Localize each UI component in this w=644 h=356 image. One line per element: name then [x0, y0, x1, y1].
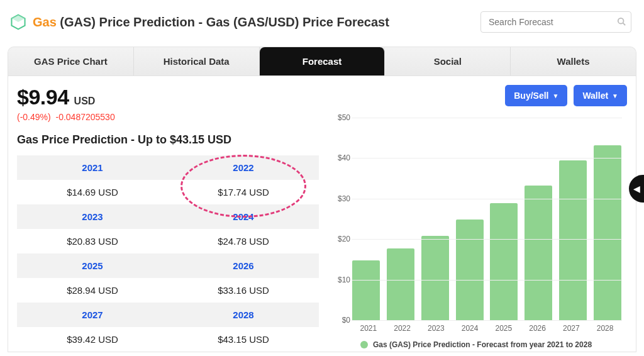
chevron-down-icon: ▼: [612, 92, 618, 99]
tab-wallets[interactable]: Wallets: [511, 47, 636, 75]
year-cell[interactable]: 2025: [17, 253, 168, 278]
search-box[interactable]: [480, 11, 631, 33]
table-row: 20232024: [17, 204, 319, 229]
chart-bar[interactable]: [525, 186, 552, 320]
tab-historical-data[interactable]: Historical Data: [134, 47, 260, 75]
prediction-title: Gas Price Prediction - Up to $43.15 USD: [17, 133, 319, 147]
title-rest: (GAS) Price Prediction - Gas (GAS/USD) P…: [57, 15, 389, 29]
y-tick-label: $50: [325, 113, 350, 122]
value-cell: $28.94 USD: [17, 278, 168, 303]
x-tick-label: 2022: [386, 324, 419, 333]
coin-name: Gas: [33, 15, 57, 29]
y-tick-label: $40: [325, 153, 350, 162]
chevron-down-icon: ▼: [552, 92, 558, 99]
value-cell: $33.16 USD: [168, 278, 319, 303]
price-row: $9.94 USD: [17, 85, 319, 109]
prediction-table: 20212022$14.69 USD$17.74 USD20232024$20.…: [17, 155, 319, 352]
price-currency: USD: [74, 96, 96, 107]
value-cell: $24.78 USD: [168, 229, 319, 253]
legend-text: Gas (GAS) Price Prediction - Forecast fr…: [373, 340, 592, 349]
buy-sell-button[interactable]: Buy/Sell ▼: [505, 85, 567, 106]
y-tick-label: $30: [325, 194, 350, 203]
chart-bar[interactable]: [594, 145, 621, 320]
chart-bars: [352, 118, 622, 320]
value-cell: $43.15 USD: [168, 327, 319, 352]
chart-legend: Gas (GAS) Price Prediction - Forecast fr…: [325, 340, 627, 349]
svg-marker-1: [11, 15, 25, 22]
x-tick-label: 2025: [487, 324, 521, 333]
x-tick-label: 2026: [521, 324, 555, 333]
price-change-pct: (-0.49%): [17, 112, 51, 122]
year-cell[interactable]: 2024: [168, 204, 319, 229]
value-cell: $14.69 USD: [17, 180, 168, 204]
x-tick-label: 2021: [352, 324, 386, 333]
tabs: GAS Price Chart Historical Data Forecast…: [8, 47, 636, 75]
buy-sell-label: Buy/Sell: [514, 91, 548, 101]
search-icon[interactable]: [617, 17, 626, 28]
gas-logo-icon: [10, 14, 26, 30]
value-cell: $20.83 USD: [17, 229, 168, 253]
chart-grid: $50$40$30$20$10$0: [352, 118, 622, 320]
table-row: $28.94 USD$33.16 USD: [17, 278, 319, 303]
x-tick-label: 2028: [588, 324, 622, 333]
year-cell[interactable]: 2028: [168, 303, 319, 327]
chart-x-labels: 20212022202320242025202620272028: [352, 324, 622, 333]
tab-social[interactable]: Social: [385, 47, 511, 75]
chart-bar[interactable]: [456, 220, 484, 320]
chart-bar[interactable]: [559, 160, 587, 320]
year-cell[interactable]: 2026: [168, 253, 319, 278]
search-input[interactable]: [489, 17, 617, 27]
wallet-label: Wallet: [582, 91, 608, 101]
table-row: $20.83 USD$24.78 USD: [17, 229, 319, 253]
chart-bar[interactable]: [387, 248, 414, 320]
y-tick-label: $20: [325, 235, 350, 243]
svg-point-2: [618, 18, 624, 23]
value-cell: $39.42 USD: [17, 327, 168, 352]
price-change-abs: -0.0487205530: [55, 112, 114, 122]
tab-forecast[interactable]: Forecast: [260, 47, 386, 75]
action-buttons: Buy/Sell ▼ Wallet ▼: [325, 85, 627, 106]
svg-line-3: [623, 23, 626, 25]
table-row: 20272028: [17, 303, 319, 327]
y-tick-label: $0: [325, 316, 350, 325]
year-cell[interactable]: 2023: [17, 204, 168, 229]
left-column: $9.94 USD (-0.49%) -0.0487205530 Gas Pri…: [17, 85, 319, 352]
legend-dot-icon: [360, 341, 368, 348]
value-cell: $17.74 USD: [168, 180, 319, 204]
table-row: 20212022: [17, 155, 319, 180]
page-header: Gas (GAS) Price Prediction - Gas (GAS/US…: [0, 0, 644, 40]
year-cell[interactable]: 2021: [17, 155, 168, 180]
year-cell[interactable]: 2027: [17, 303, 168, 327]
title-block: Gas (GAS) Price Prediction - Gas (GAS/US…: [10, 14, 389, 30]
chart-bar[interactable]: [421, 236, 449, 320]
forecast-chart: $50$40$30$20$10$0 2021202220232024202520…: [325, 115, 627, 352]
table-row: 20252026: [17, 253, 319, 278]
x-tick-label: 2023: [419, 324, 453, 333]
x-tick-label: 2027: [555, 324, 589, 333]
right-column: Buy/Sell ▼ Wallet ▼ $50$40$30$20$10$0 20…: [325, 85, 627, 352]
chart-bar[interactable]: [490, 203, 518, 320]
y-tick-label: $10: [325, 275, 350, 284]
price-change: (-0.49%) -0.0487205530: [17, 112, 319, 122]
page-title: Gas (GAS) Price Prediction - Gas (GAS/US…: [33, 15, 389, 30]
price-amount: $9.94: [17, 85, 69, 109]
forecast-panel: $9.94 USD (-0.49%) -0.0487205530 Gas Pri…: [8, 75, 636, 352]
table-row: $39.42 USD$43.15 USD: [17, 327, 319, 352]
x-tick-label: 2024: [453, 324, 487, 333]
table-row: $14.69 USD$17.74 USD: [17, 180, 319, 204]
year-cell[interactable]: 2022: [168, 155, 319, 180]
wallet-button[interactable]: Wallet ▼: [574, 85, 627, 106]
chart-bar[interactable]: [352, 260, 380, 320]
tab-gas-price-chart[interactable]: GAS Price Chart: [8, 47, 134, 75]
